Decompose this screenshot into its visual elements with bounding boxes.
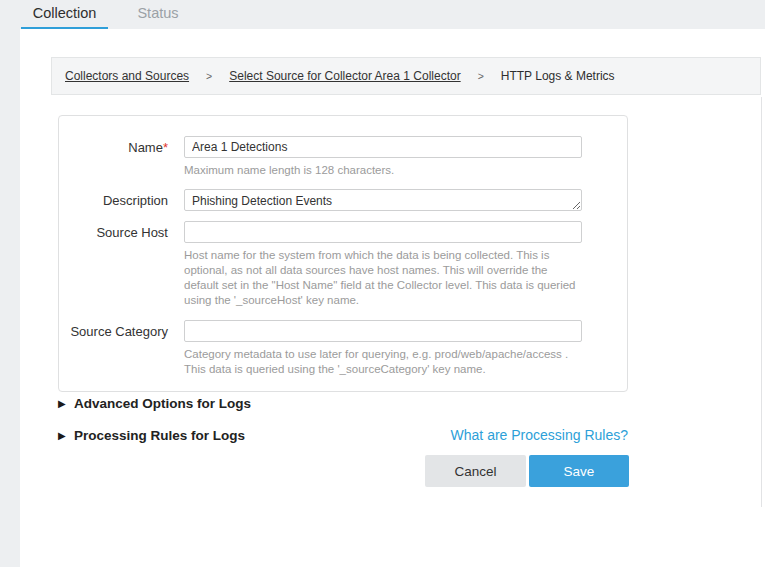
tab-status[interactable]: Status bbox=[135, 0, 181, 27]
breadcrumb-current-page: HTTP Logs & Metrics bbox=[501, 69, 615, 83]
content-right-border bbox=[761, 97, 762, 507]
source-config-card: Name* Maximum name length is 128 charact… bbox=[58, 115, 628, 392]
collection-panel: Collectors and Sources > Select Source f… bbox=[20, 29, 765, 567]
source-category-label: Source Category bbox=[59, 320, 168, 339]
advanced-options-title: Advanced Options for Logs bbox=[74, 396, 251, 411]
triangle-right-icon: ▶ bbox=[58, 427, 74, 444]
sections-area: ▶ Advanced Options for Logs ▶ Processing… bbox=[58, 395, 628, 459]
source-category-row: Source Category Category metadata to use… bbox=[59, 320, 627, 377]
processing-rules-title: Processing Rules for Logs bbox=[74, 428, 245, 443]
name-label-text: Name bbox=[128, 140, 163, 155]
tab-collection[interactable]: Collection bbox=[21, 0, 108, 27]
save-button[interactable]: Save bbox=[529, 455, 629, 487]
breadcrumb-separator: > bbox=[478, 70, 484, 82]
advanced-options-toggle[interactable]: ▶ Advanced Options for Logs bbox=[58, 395, 628, 412]
breadcrumb-separator: > bbox=[206, 70, 212, 82]
description-label: Description bbox=[59, 189, 168, 208]
form-actions: Cancel Save bbox=[58, 455, 629, 487]
cancel-button[interactable]: Cancel bbox=[425, 455, 526, 487]
name-input[interactable] bbox=[184, 136, 582, 158]
description-row: Description Phishing Detection Events bbox=[59, 189, 627, 221]
description-input[interactable]: Phishing Detection Events bbox=[184, 189, 582, 211]
name-help-text: Maximum name length is 128 characters. bbox=[184, 163, 582, 178]
triangle-right-icon: ▶ bbox=[58, 395, 74, 412]
what-are-processing-rules-link[interactable]: What are Processing Rules? bbox=[451, 427, 628, 444]
breadcrumb-select-source[interactable]: Select Source for Collector Area 1 Colle… bbox=[229, 69, 460, 83]
breadcrumb-collectors-and-sources[interactable]: Collectors and Sources bbox=[65, 69, 189, 83]
source-host-label: Source Host bbox=[59, 221, 168, 240]
source-host-row: Source Host Host name for the system fro… bbox=[59, 221, 627, 320]
source-category-input[interactable] bbox=[184, 320, 582, 342]
processing-rules-toggle[interactable]: ▶ Processing Rules for Logs What are Pro… bbox=[58, 427, 628, 444]
source-category-help-text: Category metadata to use later for query… bbox=[184, 347, 582, 377]
name-row: Name* Maximum name length is 128 charact… bbox=[59, 136, 627, 189]
name-label: Name* bbox=[59, 136, 168, 155]
required-asterisk: * bbox=[163, 140, 168, 155]
breadcrumb: Collectors and Sources > Select Source f… bbox=[51, 57, 761, 95]
tab-bar: Collection Status bbox=[0, 0, 765, 31]
source-host-help-text: Host name for the system from which the … bbox=[184, 248, 582, 308]
source-host-input[interactable] bbox=[184, 221, 582, 243]
